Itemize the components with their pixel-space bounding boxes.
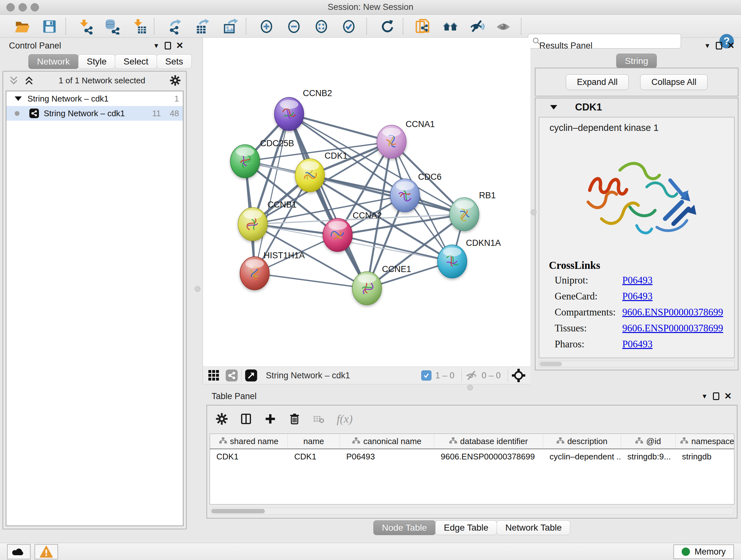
tab-style[interactable]: Style: [78, 54, 115, 69]
cdk1-collapse-triangle-icon[interactable]: [550, 105, 557, 110]
minimize-window-button[interactable]: [18, 3, 27, 11]
network-edge[interactable]: [289, 114, 367, 288]
export-image-button[interactable]: [221, 17, 240, 36]
results-panel-menu-button[interactable]: ▼: [704, 42, 711, 50]
table-panel-float-button[interactable]: [713, 392, 719, 400]
network-options-gear-icon[interactable]: [170, 75, 181, 86]
table-row[interactable]: CDK1CDK1P064939606.ENSP00000378699cyclin…: [210, 449, 734, 464]
network-node-CDC25B[interactable]: CDC25B: [230, 138, 294, 178]
clone-network-button[interactable]: [414, 17, 432, 36]
grid-view-icon[interactable]: [207, 369, 220, 382]
tab-network[interactable]: Network: [28, 54, 78, 69]
crosslink-link[interactable]: P06493: [622, 274, 653, 286]
detach-view-icon[interactable]: [245, 369, 258, 382]
network-tree: String Network – cdk1 1 String Network –…: [6, 91, 184, 526]
import-network-from-database-button[interactable]: [103, 17, 121, 36]
table-options-gear-icon[interactable]: [215, 413, 228, 425]
open-session-button[interactable]: [13, 17, 31, 36]
tab-node-table[interactable]: Node Table: [374, 520, 435, 535]
network-collection-row[interactable]: String Network – cdk1 1: [6, 91, 183, 106]
expand-all-button[interactable]: Expand All: [566, 74, 629, 90]
tab-sets[interactable]: Sets: [157, 54, 192, 69]
table-cell[interactable]: P06493: [340, 452, 434, 462]
table-cell[interactable]: CDK1: [210, 452, 288, 462]
tab-edge-table[interactable]: Edge Table: [435, 520, 497, 535]
network-edge[interactable]: [255, 114, 289, 273]
network-edge[interactable]: [255, 273, 367, 288]
tab-select[interactable]: Select: [115, 54, 157, 69]
table-panel-close-button[interactable]: ✕: [724, 392, 732, 401]
table-cell[interactable]: stringdb:9...: [621, 452, 676, 462]
collapse-all-chevrons-icon[interactable]: [8, 75, 19, 86]
column-header-description[interactable]: description: [543, 434, 621, 449]
column-header-name[interactable]: name: [288, 434, 340, 449]
results-panel-float-button[interactable]: [716, 42, 722, 50]
zoom-selected-button[interactable]: [340, 17, 358, 36]
tab-network-table[interactable]: Network Table: [496, 520, 570, 535]
left-splitter-handle[interactable]: [195, 286, 200, 292]
table-panel-menu-button[interactable]: ▼: [701, 393, 708, 400]
table-cell[interactable]: 9606.ENSP00000378699: [434, 452, 543, 462]
right-splitter-handle[interactable]: [531, 209, 536, 215]
column-header-@id[interactable]: @id: [621, 434, 676, 449]
column-header-namespace[interactable]: namespace: [676, 434, 734, 449]
table-cell[interactable]: stringdb: [676, 452, 734, 462]
collapse-all-button[interactable]: Collapse All: [640, 74, 708, 90]
crosslink-link[interactable]: P06493: [622, 291, 653, 302]
network-node-CCNE1[interactable]: CCNE1: [352, 264, 411, 305]
control-panel-close-button[interactable]: ✕: [176, 41, 184, 50]
network-edge[interactable]: [338, 235, 452, 261]
network-canvas[interactable]: CCNB2CCNA1CDC25BCDK1CDC6RB1CCNB1CCNA2CDK…: [203, 38, 530, 367]
results-panel-close-button[interactable]: ✕: [727, 41, 735, 50]
zoom-out-button[interactable]: [285, 17, 303, 36]
selected-checkbox[interactable]: [421, 370, 431, 381]
memory-button[interactable]: Memory: [673, 544, 734, 559]
hide-glass-panels-button[interactable]: [468, 17, 486, 36]
network-node-RB1[interactable]: RB1: [450, 191, 496, 231]
network-node-CCNA1[interactable]: CCNA1: [377, 119, 435, 159]
show-columns-icon[interactable]: [240, 413, 253, 425]
table-horizontal-scrollbar[interactable]: [210, 508, 734, 515]
network-node-CDKN1A[interactable]: CDKN1A: [437, 238, 501, 278]
close-window-button[interactable]: [6, 3, 15, 11]
table-cell[interactable]: CDK1: [288, 452, 340, 462]
network-node-HIST1H1A[interactable]: HIST1H1A: [240, 251, 305, 290]
table-cell[interactable]: cyclin–dependent ...: [543, 452, 621, 462]
network-node-CCNB1[interactable]: CCNB1: [238, 200, 297, 241]
export-network-button[interactable]: [165, 17, 184, 36]
network-row[interactable]: String Network – cdk1 11 48: [6, 106, 183, 121]
control-panel-float-button[interactable]: [165, 42, 171, 50]
crosslink-link[interactable]: P06493: [622, 338, 653, 350]
collapse-triangle-icon[interactable]: [15, 97, 22, 101]
birds-eye-crosshair-icon[interactable]: [511, 368, 526, 383]
control-panel-menu-button[interactable]: ▼: [153, 42, 159, 50]
show-all-networks-button[interactable]: [441, 17, 460, 36]
node-count: 11: [152, 109, 161, 118]
apply-layout-button[interactable]: [378, 17, 396, 36]
create-column-plus-icon[interactable]: [264, 413, 277, 425]
delete-column-trash-icon[interactable]: [288, 413, 301, 425]
export-table-button[interactable]: [193, 17, 212, 36]
crosslink-link[interactable]: 9606.ENSP00000378699: [622, 322, 723, 334]
column-header-database-identifier[interactable]: database identifier: [434, 434, 543, 449]
column-header-shared-name[interactable]: shared name: [210, 434, 288, 449]
zoom-window-button[interactable]: [30, 3, 39, 11]
save-session-button[interactable]: [40, 17, 59, 36]
network-view-share-icon[interactable]: [225, 369, 238, 382]
import-table-button[interactable]: [130, 17, 149, 36]
cloud-status-button[interactable]: [7, 544, 30, 559]
tab-string[interactable]: String: [616, 54, 657, 68]
bottom-splitter-handle[interactable]: [467, 385, 473, 390]
results-horizontal-scrollbar[interactable]: [539, 361, 735, 367]
crosslink-link[interactable]: 9606.ENSP00000378699: [622, 307, 723, 318]
scrollbar-thumb[interactable]: [211, 509, 265, 513]
warnings-button[interactable]: [35, 544, 58, 559]
zoom-fit-button[interactable]: [312, 17, 331, 36]
expand-all-chevrons-icon[interactable]: [23, 75, 35, 86]
import-network-button[interactable]: [77, 17, 95, 36]
show-glass-panels-button[interactable]: [494, 17, 513, 36]
zoom-in-button[interactable]: [257, 17, 276, 36]
scrollbar-thumb[interactable]: [540, 362, 562, 366]
column-header-canonical-name[interactable]: canonical name: [340, 434, 434, 449]
network-edge[interactable]: [289, 114, 392, 142]
